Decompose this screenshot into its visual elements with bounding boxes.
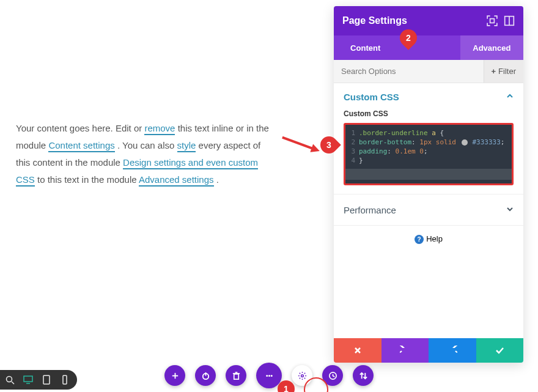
plus-icon: + xyxy=(492,67,496,76)
filter-label: Filter xyxy=(498,67,516,76)
svg-rect-17 xyxy=(234,374,238,379)
link-remove[interactable]: remove xyxy=(144,123,175,135)
svg-line-0 xyxy=(282,138,315,149)
cancel-button[interactable] xyxy=(334,338,381,363)
sort-button[interactable] xyxy=(353,365,374,386)
builder-toolbar xyxy=(0,363,538,388)
accordion-performance[interactable]: Performance xyxy=(334,194,523,226)
tablet-icon[interactable] xyxy=(42,375,51,385)
svg-rect-11 xyxy=(43,375,50,384)
svg-point-20 xyxy=(266,375,268,377)
desktop-icon[interactable] xyxy=(23,375,33,385)
custom-css-editor[interactable]: 1 .border-underline a { 2 border-bottom:… xyxy=(344,123,514,185)
viewport-bar xyxy=(0,370,77,390)
svg-point-23 xyxy=(301,374,303,377)
chevron-down-icon xyxy=(506,204,514,215)
panel-footer xyxy=(334,338,523,363)
text-fragment: . xyxy=(216,174,219,185)
panel-header[interactable]: Page Settings xyxy=(334,6,523,35)
svg-rect-9 xyxy=(24,376,32,382)
link-style[interactable]: style xyxy=(177,140,196,152)
search-row: + Filter xyxy=(334,60,523,83)
link-content-settings[interactable]: Content settings xyxy=(48,140,114,152)
link-advanced-settings[interactable]: Advanced settings xyxy=(139,174,214,187)
custom-css-toggle[interactable]: Custom CSS xyxy=(344,92,514,102)
panel-tabs: Content Design Advanced xyxy=(334,35,523,60)
svg-point-21 xyxy=(268,375,270,377)
svg-point-7 xyxy=(7,377,12,382)
phone-icon[interactable] xyxy=(60,375,70,385)
svg-rect-2 xyxy=(490,19,495,23)
trash-button[interactable] xyxy=(226,365,246,386)
gear-button[interactable] xyxy=(292,365,312,386)
performance-heading: Performance xyxy=(344,205,396,215)
page-settings-panel: Page Settings Content Design Advanced + … xyxy=(334,6,523,363)
chevron-up-icon xyxy=(506,92,514,102)
help-icon: ? xyxy=(415,235,424,244)
zoom-icon[interactable] xyxy=(5,375,15,385)
svg-marker-1 xyxy=(310,144,321,155)
color-swatch-icon[interactable] xyxy=(462,139,468,146)
help-label: Help xyxy=(426,234,443,243)
text-fragment: . You can also xyxy=(117,140,177,150)
snap-icon[interactable] xyxy=(504,15,515,26)
history-button[interactable] xyxy=(322,365,343,386)
accordion-custom-css: Custom CSS Custom CSS 1 .border-underlin… xyxy=(334,83,523,194)
redo-button[interactable] xyxy=(429,338,476,363)
save-button[interactable] xyxy=(476,338,524,363)
text-fragment: Your content goes here. Edit or xyxy=(16,123,144,133)
help-link[interactable]: ?Help xyxy=(334,226,523,253)
svg-point-22 xyxy=(270,375,272,377)
content-text: Your content goes here. Edit or remove t… xyxy=(16,120,273,188)
tab-content[interactable]: Content xyxy=(334,35,397,60)
tab-advanced[interactable]: Advanced xyxy=(460,35,523,60)
text-fragment: to this text in the module xyxy=(37,174,139,185)
custom-css-label: Custom CSS xyxy=(344,109,514,118)
panel-title: Page Settings xyxy=(342,15,407,26)
add-button[interactable] xyxy=(164,365,185,386)
svg-rect-12 xyxy=(63,375,67,384)
power-button[interactable] xyxy=(195,365,216,386)
expand-icon[interactable] xyxy=(487,15,498,26)
undo-button[interactable] xyxy=(381,338,429,363)
menu-button[interactable] xyxy=(256,363,282,388)
svg-line-8 xyxy=(12,382,14,384)
search-input[interactable] xyxy=(334,67,484,76)
custom-css-heading: Custom CSS xyxy=(344,92,399,102)
tab-design[interactable]: Design xyxy=(397,35,460,60)
filter-button[interactable]: + Filter xyxy=(484,60,523,83)
